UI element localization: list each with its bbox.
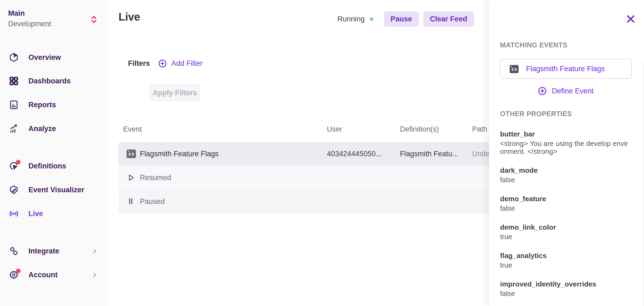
sidebar-item-label: Integrate bbox=[28, 247, 59, 255]
property-name: improved_identity_overrides bbox=[500, 279, 628, 289]
live-icon bbox=[9, 209, 19, 219]
plus-circle-icon bbox=[158, 59, 167, 68]
event-name: Flagsmith Feature Flags bbox=[140, 150, 219, 158]
feed-status-entry: Resumed bbox=[140, 174, 171, 182]
code-window-icon bbox=[508, 63, 520, 75]
define-event-button[interactable]: Define Event bbox=[500, 85, 632, 97]
property-value: true bbox=[500, 261, 628, 269]
feed-status-row: Running Pause Clear Feed bbox=[337, 11, 474, 27]
app-root: Main Development Overview bbox=[0, 0, 644, 306]
sidebar-item-label: Live bbox=[28, 210, 43, 218]
project-switcher[interactable]: Main Development bbox=[8, 8, 51, 29]
event-definitions: Flagsmith Featu... bbox=[400, 150, 458, 158]
status-green-dot bbox=[370, 17, 374, 21]
property-item: demo_feature false bbox=[500, 194, 628, 212]
sidebar-item-reports[interactable]: Reports bbox=[9, 99, 101, 111]
sidebar-item-integrate[interactable]: Integrate bbox=[9, 245, 101, 257]
sidebar-item-label: Definitions bbox=[28, 162, 66, 170]
sidebar-item-overview[interactable]: Overview bbox=[9, 51, 101, 63]
event-user: 403424445050... bbox=[327, 150, 382, 158]
property-item: demo_link_color true bbox=[500, 223, 628, 241]
sidebar-item-label: Dashboards bbox=[28, 77, 71, 85]
plus-circle-icon bbox=[538, 86, 547, 96]
table-row[interactable]: Paused bbox=[119, 190, 489, 213]
overview-icon bbox=[9, 53, 19, 62]
sidebar-item-dashboards[interactable]: Dashboards bbox=[9, 75, 101, 87]
column-header-path: Path bbox=[472, 125, 487, 134]
matching-events-heading: MATCHING EVENTS bbox=[500, 41, 567, 49]
integrate-icon bbox=[9, 246, 19, 256]
event-detail-panel: MATCHING EVENTS Flagsmith Feature Flags … bbox=[489, 0, 644, 306]
property-value: false bbox=[500, 290, 628, 298]
account-gear-icon bbox=[9, 270, 19, 280]
property-value: false bbox=[500, 176, 628, 184]
environment-name: Development bbox=[8, 18, 51, 29]
sidebar-item-label: Account bbox=[28, 271, 58, 279]
add-filter-label: Add Filter bbox=[171, 59, 203, 68]
other-properties-heading: OTHER PROPERTIES bbox=[500, 110, 572, 118]
notification-badge bbox=[16, 160, 21, 164]
reports-icon bbox=[9, 100, 19, 110]
add-filter-button[interactable]: Add Filter bbox=[158, 59, 203, 68]
apply-filters-button[interactable]: Apply Filters bbox=[150, 85, 200, 101]
property-name: dark_mode bbox=[500, 166, 628, 175]
properties-list: butter_bar <strong> You are using the de… bbox=[500, 129, 628, 306]
sidebar-item-live[interactable]: Live bbox=[9, 208, 101, 220]
close-icon[interactable] bbox=[625, 14, 636, 24]
sidebar-item-label: Reports bbox=[28, 101, 56, 109]
property-item: flag_analytics true bbox=[500, 251, 628, 269]
page-title: Live bbox=[119, 11, 140, 23]
play-icon bbox=[126, 172, 136, 183]
sidebar-divider bbox=[8, 38, 99, 39]
table-row[interactable]: Resumed bbox=[119, 166, 489, 190]
define-event-label: Define Event bbox=[552, 87, 594, 95]
sidebar-item-definitions[interactable]: Definitions bbox=[9, 160, 101, 172]
sidebar-item-analyze[interactable]: Analyze bbox=[9, 123, 101, 135]
event-path: Unde bbox=[472, 150, 489, 158]
sidebar-item-event-visualizer[interactable]: Event Visualizer bbox=[9, 184, 101, 196]
property-item: butter_bar <strong> You are using the de… bbox=[500, 129, 628, 155]
property-value: <strong> You are using the develop envir… bbox=[500, 140, 628, 155]
feed-status-label: Running bbox=[337, 15, 365, 23]
sidebar-divider bbox=[8, 149, 99, 150]
filters-label: Filters bbox=[128, 59, 150, 68]
event-visualizer-icon bbox=[9, 185, 19, 195]
scrollbar[interactable] bbox=[643, 63, 643, 306]
table-top-divider bbox=[119, 121, 489, 121]
chevron-right-icon bbox=[91, 272, 98, 279]
table-row[interactable]: Flagsmith Feature Flags 403424445050... … bbox=[119, 142, 489, 166]
pause-button[interactable]: Pause bbox=[384, 11, 419, 27]
sidebar-item-label: Event Visualizer bbox=[28, 186, 84, 194]
sidebar-item-account[interactable]: Account bbox=[9, 269, 101, 281]
property-value: false bbox=[500, 204, 628, 212]
column-header-event: Event bbox=[123, 125, 142, 134]
property-name: butter_bar bbox=[500, 129, 628, 139]
column-header-user: User bbox=[327, 125, 342, 134]
property-value: true bbox=[500, 233, 628, 241]
definitions-icon bbox=[9, 161, 19, 171]
code-window-icon bbox=[125, 148, 137, 160]
property-item: improved_identity_overrides false bbox=[500, 279, 628, 298]
matching-event-name: Flagsmith Feature Flags bbox=[526, 65, 605, 73]
chevron-right-icon bbox=[91, 248, 98, 255]
matching-event-card[interactable]: Flagsmith Feature Flags bbox=[500, 59, 632, 79]
property-name: demo_feature bbox=[500, 194, 628, 203]
property-item: dark_mode false bbox=[500, 166, 628, 184]
dashboards-icon bbox=[9, 76, 19, 86]
property-name: demo_link_color bbox=[500, 223, 628, 232]
pause-bars-icon bbox=[126, 196, 136, 206]
notification-badge bbox=[16, 269, 21, 273]
header-divider bbox=[119, 38, 489, 39]
sidebar-divider bbox=[8, 236, 99, 236]
sidebar: Main Development Overview bbox=[0, 0, 107, 306]
up-down-chevrons-icon[interactable] bbox=[90, 15, 97, 24]
feed-status-entry: Paused bbox=[140, 197, 165, 206]
analyze-icon bbox=[9, 124, 19, 134]
clear-feed-button[interactable]: Clear Feed bbox=[423, 11, 474, 27]
event-feed-table: Flagsmith Feature Flags 403424445050... … bbox=[119, 142, 489, 213]
column-header-definitions: Definition(s) bbox=[400, 125, 439, 134]
sidebar-item-label: Overview bbox=[28, 53, 61, 62]
sidebar-item-label: Analyze bbox=[28, 125, 56, 133]
property-name: flag_analytics bbox=[500, 251, 628, 260]
filters-row: Filters Add Filter bbox=[128, 57, 203, 70]
